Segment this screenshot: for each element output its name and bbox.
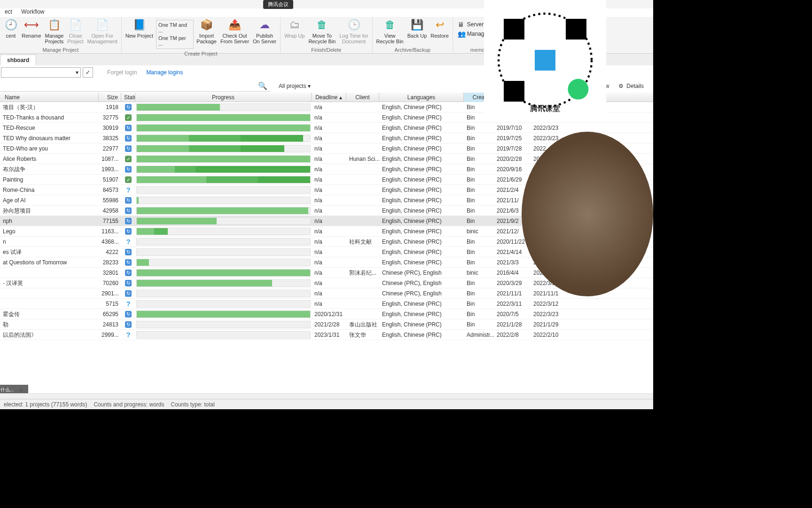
cell-status	[121, 195, 135, 206]
col-name[interactable]: Name	[0, 93, 99, 102]
cell-languages: English, Chinese (PRC)	[379, 164, 464, 175]
status-icon	[125, 270, 132, 276]
status-icon	[125, 290, 132, 297]
tm-option-1[interactable]: One TM and ...	[157, 21, 192, 34]
cell-user: Bin	[464, 288, 494, 299]
cell-deadline: n/a	[312, 247, 346, 257]
cell-client	[346, 247, 379, 257]
cell-languages: English, Chinese (PRC)	[379, 216, 464, 226]
search-input[interactable]: 🔍	[0, 80, 270, 92]
manage-projects-button[interactable]: 📋Manage Projects	[43, 18, 66, 44]
cell-status	[121, 330, 135, 340]
tm-template-list[interactable]: One TM and ... One TM per ...	[156, 20, 194, 49]
move-recycle-button[interactable]: 🗑Move To Recycle Bin	[306, 18, 337, 44]
cell-user: Bin	[464, 206, 494, 216]
cell-status	[121, 112, 135, 123]
table-row[interactable]: 2901...n/aChinese (PRC), EnglishBin2021/…	[0, 288, 653, 299]
cell-progress	[135, 154, 312, 164]
cell-deadline: 2023/1/31	[312, 330, 346, 340]
cell-name: TED-Who are you	[0, 143, 99, 154]
new-project-button[interactable]: 📘New Project	[124, 18, 155, 39]
cell-client: Hunan Sci...	[346, 154, 379, 164]
cell-name: Age of AI	[0, 195, 99, 206]
view-recycle-button[interactable]: 🗑View Recycle Bin	[375, 18, 406, 44]
cell-languages: English, Chinese (PRC)	[379, 330, 464, 340]
sort-asc-icon: ▴	[339, 94, 342, 101]
cell-user: binic	[464, 226, 494, 237]
cell-size: 77155	[99, 216, 121, 226]
recent-button[interactable]: 🕘cent	[2, 18, 20, 39]
col-size[interactable]: Size	[99, 93, 121, 102]
details-button[interactable]: ⚙Details	[618, 83, 644, 89]
webcam-overlay	[522, 132, 653, 296]
cell-user: Bin	[464, 164, 494, 175]
table-row[interactable]: 以后的法国》2999...2023/1/31张文华English, Chines…	[0, 330, 653, 340]
horizontal-scrollbar[interactable]	[0, 393, 653, 399]
cell-name: - 汉译英	[0, 278, 99, 288]
cell-name: nph	[0, 216, 99, 226]
table-row[interactable]: 勒248132021/2/28泰山出版社English, Chinese (PR…	[0, 319, 653, 330]
backup-button[interactable]: 💾Back Up	[406, 18, 429, 39]
cell-status	[121, 102, 135, 112]
wrap-up-button[interactable]: 🗂Wrap Up	[282, 18, 306, 39]
open-icon: 📄	[95, 18, 109, 32]
col-status[interactable]: Status	[121, 93, 135, 102]
cell-status	[121, 226, 135, 237]
cell-client	[346, 278, 379, 288]
cell-status	[121, 154, 135, 164]
clipboard-icon: 📋	[47, 18, 61, 32]
cell-progress	[135, 299, 312, 309]
cell-languages: Chinese (PRC), English	[379, 278, 464, 288]
cell-name: Alice Roberts	[0, 154, 99, 164]
cell-languages: English, Chinese (PRC)	[379, 102, 464, 112]
cell-client: 郭沫若纪...	[346, 268, 379, 278]
cell-size: 84573	[99, 185, 121, 195]
log-time-button[interactable]: 🕒Log Time for Document	[337, 18, 370, 44]
status-icon	[125, 321, 132, 328]
meeting-pill: 腾讯会议	[263, 0, 293, 9]
cell-client: 张文华	[346, 330, 379, 340]
status-icon	[125, 125, 132, 131]
cell-progress	[135, 175, 312, 185]
server-combo[interactable]: ▾	[1, 67, 81, 78]
cell-client	[346, 206, 379, 216]
cell-progress	[135, 133, 312, 143]
tab-dashboard[interactable]: shboard	[0, 55, 36, 65]
cell-client	[346, 123, 379, 133]
tm-option-2[interactable]: One TM per ...	[157, 34, 192, 48]
connect-button[interactable]: ✓	[83, 67, 93, 78]
import-package-button[interactable]: 📦Import Package	[195, 18, 219, 44]
col-languages[interactable]: Languages	[379, 93, 464, 102]
cloud-icon: ☁	[258, 18, 272, 32]
rename-button[interactable]: ⟷Rename	[20, 18, 43, 39]
wrap-icon: 🗂	[288, 18, 302, 32]
cell-client	[346, 112, 379, 123]
menu-workflow[interactable]: Workflow	[17, 8, 48, 15]
selection-status: elected: 1 projects (77155 words)	[4, 401, 87, 408]
cell-languages: English, Chinese (PRC)	[379, 143, 464, 154]
publish-button[interactable]: ☁Publish On Server	[251, 18, 278, 44]
cell-client	[346, 133, 379, 143]
table-row[interactable]: 霍金传652952020/12/31English, Chinese (PRC)…	[0, 309, 653, 319]
check-out-button[interactable]: 📤Check Out From Server	[219, 18, 251, 44]
open-for-management-button[interactable]: 📄Open For Management	[86, 18, 119, 44]
col-deadline[interactable]: Deadline ▴	[312, 93, 346, 102]
cell-status	[121, 216, 135, 226]
cell-deadline: 2020/12/31	[312, 309, 346, 319]
manage-logins-link[interactable]: Manage logins	[146, 69, 183, 76]
cell-name: at Questions of Tomorrow	[0, 257, 99, 268]
close-project-button[interactable]: 📄Close Project	[65, 18, 85, 44]
col-client[interactable]: Client	[346, 93, 379, 102]
cell-status	[121, 288, 135, 299]
col-progress[interactable]: Progress	[135, 93, 312, 102]
filter-dropdown[interactable]: All projects ▾	[279, 83, 311, 89]
cell-languages: English, Chinese (PRC)	[379, 319, 464, 330]
cell-size: 1993...	[99, 164, 121, 175]
restore-button[interactable]: ↩Restore	[429, 18, 451, 39]
qr-overlay: 腾讯课堂	[484, 0, 606, 122]
menu-project[interactable]: ect	[1, 8, 16, 15]
cell-user: Bin	[464, 309, 494, 319]
new-project-icon: 📘	[132, 18, 146, 32]
table-row[interactable]: TED-Rescue30919n/aEnglish, Chinese (PRC)…	[0, 123, 653, 133]
table-row[interactable]: 5715n/aEnglish, Chinese (PRC)Bin2022/3/1…	[0, 299, 653, 309]
